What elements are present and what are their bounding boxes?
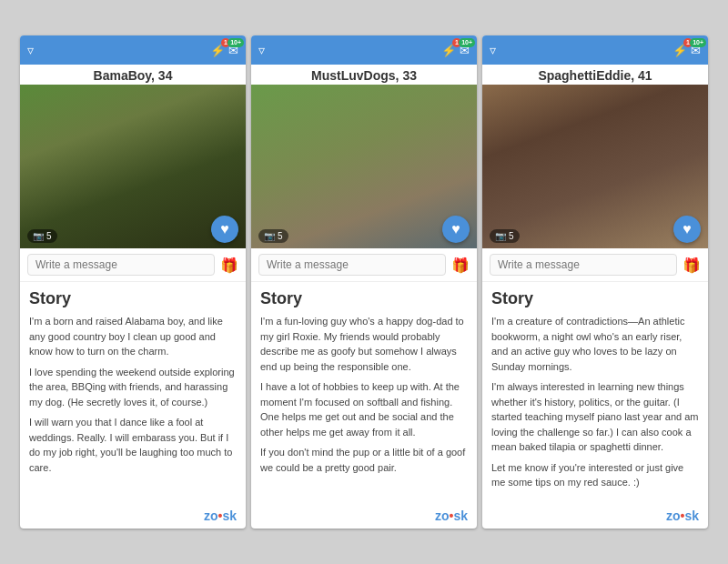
story-paragraph: I have a lot of hobbies to keep up with.…: [260, 379, 468, 439]
story-text: I'm a fun-loving guy who's a happy dog-d…: [260, 314, 468, 475]
profile-card-2: ▿ ⚡ 1 ✉ 10+ MustLuvDogs, 33 📷 5: [251, 35, 477, 529]
story-paragraph: I love spending the weekend outside expl…: [29, 365, 237, 410]
photo-overlay: 📷 5 ♥: [251, 210, 477, 248]
notification-badge-10: 10+: [690, 38, 706, 47]
message-input[interactable]: [27, 254, 215, 276]
story-paragraph: I'm always interested in learning new th…: [491, 379, 699, 455]
camera-icon: 📷: [495, 231, 506, 241]
card-footer: zo•sk: [20, 503, 246, 529]
message-input[interactable]: [490, 254, 677, 276]
card-header: ▿ ⚡ 1 ✉ 10+: [251, 35, 477, 65]
zoosk-dot: •: [218, 509, 223, 523]
filter-icon[interactable]: ▿: [258, 43, 265, 57]
card-footer: zo•sk: [251, 503, 477, 529]
story-paragraph: I'm a born and raised Alabama boy, and l…: [29, 314, 237, 359]
card-header: ▿ ⚡ 1 ✉ 10+: [20, 35, 246, 65]
story-paragraph: I will warn you that I dance like a fool…: [29, 415, 237, 475]
story-text: I'm a creature of contradictions—An athl…: [491, 314, 699, 490]
header-badges: ⚡ 1 ✉ 10+: [441, 44, 470, 57]
photo-overlay: 📷 5 ♥: [482, 210, 708, 248]
profile-photo: 📷 5 ♥: [251, 85, 477, 248]
camera-icon: 📷: [264, 231, 275, 241]
lightning-wrapper: ⚡ 1: [441, 44, 456, 57]
profile-card-1: ▿ ⚡ 1 ✉ 10+ BamaBoy, 34 📷 5 ♥: [20, 35, 246, 529]
zoosk-logo: zo•sk: [204, 509, 237, 523]
photo-overlay: 📷 5 ♥: [20, 210, 246, 248]
lightning-wrapper: ⚡ 1: [210, 44, 225, 57]
filter-icon[interactable]: ▿: [27, 43, 34, 57]
photo-count: 📷 5: [27, 229, 57, 243]
envelope-wrapper: ✉ 10+: [228, 44, 238, 57]
like-button[interactable]: ♥: [211, 216, 238, 243]
gift-button[interactable]: 🎁: [451, 257, 470, 274]
message-bar: 🎁: [20, 248, 246, 282]
photo-count: 📷 5: [490, 229, 520, 243]
message-bar: 🎁: [251, 248, 477, 282]
zoosk-logo: zo•sk: [435, 509, 468, 523]
camera-icon: 📷: [33, 231, 44, 241]
card-header: ▿ ⚡ 1 ✉ 10+: [482, 35, 708, 65]
profile-photo: 📷 5 ♥: [20, 85, 246, 248]
zoosk-logo: zo•sk: [666, 509, 699, 523]
zoosk-dot: •: [681, 509, 685, 523]
story-paragraph: I'm a fun-loving guy who's a happy dog-d…: [260, 314, 468, 374]
message-input[interactable]: [258, 254, 446, 276]
username: SpaghettiEddie, 41: [482, 65, 708, 85]
story-paragraph: If you don't mind the pup or a little bi…: [260, 445, 468, 475]
photo-count: 📷 5: [258, 229, 288, 243]
filter-icon[interactable]: ▿: [490, 43, 496, 57]
zoosk-dot: •: [450, 509, 454, 523]
gift-button[interactable]: 🎁: [220, 257, 238, 274]
story-paragraph: Let me know if you're interested or just…: [491, 460, 699, 490]
like-button[interactable]: ♥: [442, 216, 470, 243]
story-paragraph: I'm a creature of contradictions—An athl…: [491, 314, 699, 374]
envelope-wrapper: ✉ 10+: [691, 44, 701, 57]
story-label: Story: [260, 289, 468, 308]
story-text: I'm a born and raised Alabama boy, and l…: [29, 314, 237, 475]
header-badges: ⚡ 1 ✉ 10+: [210, 44, 238, 57]
profile-photo: 📷 5 ♥: [482, 85, 708, 248]
story-label: Story: [29, 289, 237, 308]
gift-button[interactable]: 🎁: [682, 257, 701, 274]
story-section: Story I'm a creature of contradictions—A…: [482, 282, 708, 503]
notification-badge-10: 10+: [459, 38, 475, 47]
message-bar: 🎁: [482, 248, 708, 282]
photo-count-number: 5: [46, 231, 52, 241]
lightning-wrapper: ⚡ 1: [672, 44, 687, 57]
story-label: Story: [491, 289, 699, 308]
story-section: Story I'm a born and raised Alabama boy,…: [20, 282, 246, 503]
envelope-wrapper: ✉ 10+: [460, 44, 470, 57]
username: BamaBoy, 34: [20, 65, 246, 85]
notification-badge-10: 10+: [228, 38, 244, 47]
card-footer: zo•sk: [482, 503, 708, 529]
profile-card-3: ▿ ⚡ 1 ✉ 10+ SpaghettiEddie, 41 📷 5: [482, 35, 708, 529]
story-section: Story I'm a fun-loving guy who's a happy…: [251, 282, 477, 503]
photo-count-number: 5: [278, 231, 283, 241]
username: MustLuvDogs, 33: [251, 65, 477, 85]
cards-container: ▿ ⚡ 1 ✉ 10+ BamaBoy, 34 📷 5 ♥: [11, 26, 717, 538]
header-badges: ⚡ 1 ✉ 10+: [672, 44, 701, 57]
photo-count-number: 5: [509, 231, 514, 241]
like-button[interactable]: ♥: [673, 216, 701, 243]
